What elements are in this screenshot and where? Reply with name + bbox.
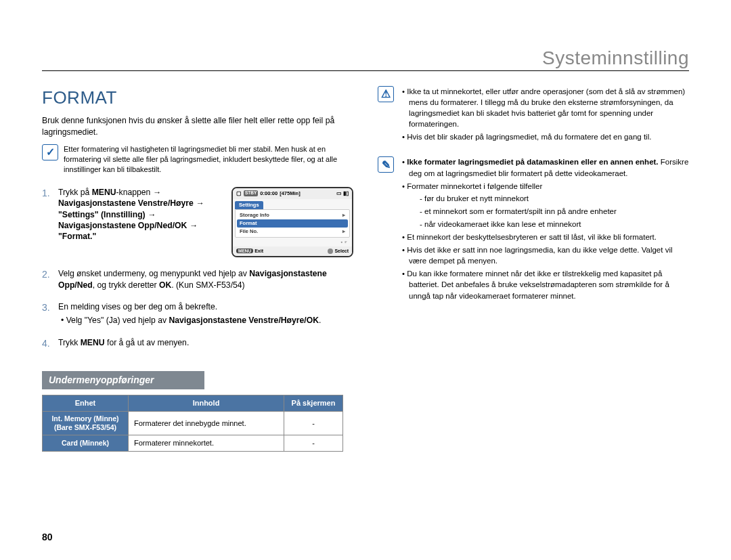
warn-item: Hvis det blir skader på lagringsmediet, …: [401, 131, 689, 142]
th-screen: På skjermen: [284, 395, 343, 412]
info-item: Ikke formater lagringsmediet på datamask…: [401, 156, 689, 178]
warning-block: ⚠ Ikke ta ut minnekortet, eller utfør an…: [378, 86, 689, 144]
hand-icon: ⬥ ☞: [340, 239, 347, 244]
card-icon: ▢: [236, 190, 242, 197]
info-item: Formater minnekortet i følgende tilfelle…: [401, 181, 689, 230]
th-unit: Enhet: [43, 395, 129, 412]
submenu-table: Enhet Innhold På skjermen Int. Memory (M…: [42, 395, 343, 452]
screen-tab-settings: Settings: [235, 201, 263, 209]
info-block: ✎ Ikke formater lagringsmediet på datama…: [378, 156, 689, 303]
th-content: Innhold: [129, 395, 284, 412]
page-number: 80: [42, 532, 53, 542]
step-2: Velg ønsket undermeny, og menypunkt ved …: [42, 268, 353, 290]
left-column: FORMAT Bruk denne funksjonen hvis du øns…: [42, 86, 353, 452]
intro-text: Bruk denne funksjonen hvis du ønsker å s…: [42, 115, 353, 137]
step-4: Trykk MENU for å gå ut av menyen.: [42, 337, 353, 348]
stby-badge: STBY: [244, 190, 258, 196]
step-1: Trykk på MENU-knappen → Navigasjonstaste…: [42, 187, 353, 257]
right-column: ⚠ Ikke ta ut minnekortet, eller utfør an…: [378, 86, 689, 452]
section-title: FORMAT: [42, 86, 353, 110]
info-item: Hvis det ikke er satt inn noe lagringsme…: [401, 244, 689, 266]
note-icon: ✎: [378, 156, 394, 173]
info-subitem: før du bruker et nytt minnekort: [418, 193, 689, 204]
screen-item-storage: Storage Info: [237, 211, 348, 219]
note-left-text: Etter formatering vil hastigheten til la…: [64, 144, 353, 175]
step-3: En melding vises og ber deg om å bekreft…: [42, 301, 353, 326]
table-row: Int. Memory (Minne) (Bare SMX-F53/54) Fo…: [43, 412, 343, 435]
check-icon: ✓: [42, 144, 58, 160]
table-row: Card (Minnek) Formaterer minnekortet. -: [43, 435, 343, 452]
info-item: Du kan ikke formatere minnet når det ikk…: [401, 268, 689, 301]
camera-screen-preview: ▢ STBY 0:00:00 [475Min] ▭ ▮▯: [231, 187, 353, 257]
info-item: Et minnekort der beskyttelsesbryteren er…: [401, 232, 689, 242]
screen-item-fileno: File No.: [237, 228, 348, 236]
sd-icon: ▭: [336, 190, 342, 196]
battery-icon: ▮▯: [343, 190, 349, 196]
submenu-heading: Undermenyoppføringer: [42, 371, 204, 389]
note-left: ✓ Etter formatering vil hastigheten til …: [42, 144, 353, 175]
info-subitem: når videokameraet ikke kan lese et minne…: [418, 219, 689, 230]
screen-item-format: Format: [237, 219, 348, 228]
warning-icon: ⚠: [378, 86, 394, 102]
info-subitem: et minnekort som er formatert/spilt inn …: [418, 206, 689, 217]
page-header: Systeminnstilling: [42, 47, 689, 71]
warn-item: Ikke ta ut minnekortet, eller utfør andr…: [401, 86, 689, 129]
